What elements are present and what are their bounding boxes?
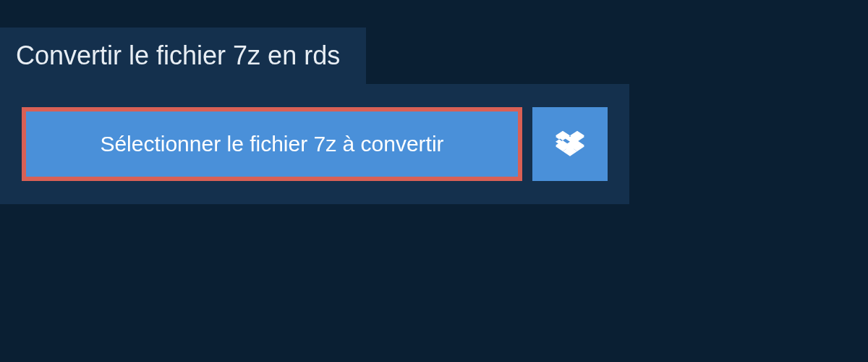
upload-panel: Sélectionner le fichier 7z à convertir [0,84,629,204]
select-file-button[interactable]: Sélectionner le fichier 7z à convertir [22,107,522,181]
select-file-label: Sélectionner le fichier 7z à convertir [100,132,443,156]
dropbox-icon [556,130,584,159]
dropbox-button[interactable] [532,107,608,181]
page-title-tab: Convertir le fichier 7z en rds [0,28,366,84]
page-title: Convertir le fichier 7z en rds [16,41,340,71]
